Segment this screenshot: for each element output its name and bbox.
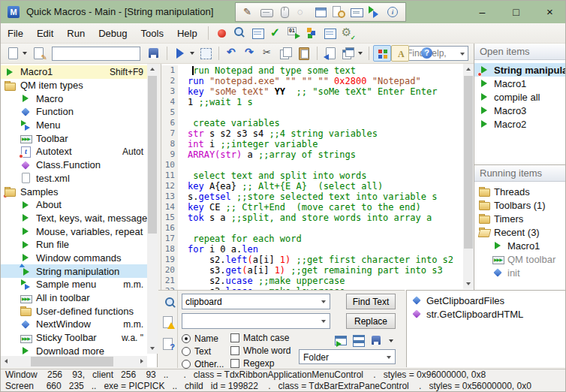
paste-button[interactable] xyxy=(295,45,313,62)
tree-item[interactable]: test.xml xyxy=(1,172,147,185)
titlebar[interactable]: M Quick Macros - Main - [String manipula… xyxy=(1,1,566,23)
checkbox-regexp[interactable]: Regexp xyxy=(230,357,274,369)
more-options-dropdown-icon[interactable] xyxy=(388,333,396,349)
tree-vscroll-thumb[interactable] xyxy=(148,76,157,234)
tree-item[interactable]: Run file xyxy=(1,238,147,252)
search-combo[interactable] xyxy=(182,294,330,309)
editor-line[interactable]: 13s.getsel ;;store selected text into va… xyxy=(161,191,462,202)
scroll-right-icon[interactable] xyxy=(137,356,147,366)
compile-button[interactable] xyxy=(197,45,215,62)
window-icon[interactable] xyxy=(312,5,330,20)
find-accessible-icon[interactable] xyxy=(330,5,348,20)
editor-line[interactable]: 2run "notepad.exe" "" "" "" 0x2800 "Note… xyxy=(161,76,462,86)
result-item[interactable]: GetClipboardFiles xyxy=(407,294,507,307)
menu-help[interactable]: Help xyxy=(170,25,204,42)
search-input[interactable] xyxy=(182,294,330,309)
tree-hscrollbar[interactable] xyxy=(1,356,147,367)
open-item[interactable]: Macro2 xyxy=(474,117,529,131)
check-syntax-icon[interactable] xyxy=(266,25,285,41)
open-in-window-icon[interactable] xyxy=(333,334,349,347)
tree-item[interactable]: Menu xyxy=(1,119,147,132)
tree-item[interactable]: All in toolbar xyxy=(1,291,147,305)
running-item[interactable]: Recent (3) xyxy=(474,225,543,239)
editor-line[interactable]: 17 repeat for each word xyxy=(161,234,462,244)
menu-tools[interactable]: Tools xyxy=(134,25,170,42)
find-help-icon[interactable] xyxy=(161,337,175,351)
scroll-down-icon[interactable] xyxy=(463,279,474,289)
tree-item[interactable]: Class.Function xyxy=(1,158,147,172)
open-item[interactable]: Macro1 xyxy=(474,77,529,90)
running-item[interactable]: Toolbars (1) xyxy=(474,198,549,212)
busy-icon[interactable] xyxy=(294,5,312,20)
properties-button[interactable] xyxy=(29,45,47,62)
editor-line[interactable]: 9ARRAY(str) a ;;array of strings xyxy=(161,149,462,160)
help-button[interactable] xyxy=(417,45,435,62)
tree-item[interactable]: Window commands xyxy=(1,252,147,265)
replace-combo[interactable] xyxy=(182,313,330,329)
tree-item[interactable]: Toolbar xyxy=(1,131,147,145)
open-item[interactable]: compile all xyxy=(474,90,543,104)
windows-cascade-button[interactable] xyxy=(339,45,357,62)
radio-text[interactable]: Text xyxy=(182,345,211,357)
running-item[interactable]: Macro1 xyxy=(488,239,543,252)
run-dropdown-icon[interactable] xyxy=(189,45,197,62)
mouse-icon[interactable] xyxy=(275,5,294,20)
save-search-icon[interactable] xyxy=(369,334,385,347)
new-file-button[interactable] xyxy=(4,45,22,62)
fields-icon[interactable] xyxy=(321,25,339,41)
menu-edit[interactable]: Edit xyxy=(30,25,60,42)
find-icon[interactable] xyxy=(230,25,248,41)
scroll-up-icon[interactable] xyxy=(147,64,158,74)
editor-line[interactable]: 20 s3.get(a[i] 1) ;;get remaining part i… xyxy=(161,265,462,276)
search-icon[interactable] xyxy=(161,295,175,309)
checkbox-wholeword[interactable]: Whole word xyxy=(230,345,291,356)
editor-line[interactable]: 15tok s a ;;split, and store words into … xyxy=(161,213,462,223)
options-icon[interactable] xyxy=(339,25,357,41)
running-item[interactable]: init xyxy=(488,266,523,279)
record-icon[interactable] xyxy=(212,25,230,41)
run-button[interactable] xyxy=(171,45,189,62)
tree-item[interactable]: Macro1Shift+F9 xyxy=(1,65,147,79)
save-button[interactable] xyxy=(145,45,163,62)
undo-button[interactable] xyxy=(223,45,241,62)
output-icon[interactable] xyxy=(348,5,366,20)
split-results-icon[interactable] xyxy=(351,334,367,347)
editor-line[interactable]: 12key A{ea} ;; Alt+{E A} (select all) xyxy=(161,181,462,191)
tree-item[interactable]: QM item types xyxy=(1,79,147,92)
editor-line[interactable]: 1 run Notepad and type some text xyxy=(161,65,462,76)
menu-debug[interactable]: Debug xyxy=(92,25,134,42)
tree-item[interactable]: Function xyxy=(1,105,147,119)
find-errors-icon[interactable] xyxy=(161,315,175,329)
minimize-button[interactable]: – xyxy=(465,1,499,23)
keyboard-icon[interactable] xyxy=(257,5,275,20)
folder-combo[interactable]: Folder xyxy=(299,349,396,364)
editor-line[interactable]: 6 create variables xyxy=(161,118,462,128)
menu-run[interactable]: Run xyxy=(60,25,92,42)
open-item[interactable]: String manipula... xyxy=(474,63,566,77)
editor-vscroll-thumb[interactable] xyxy=(464,76,473,249)
replace-input[interactable] xyxy=(182,314,330,328)
menus-icon[interactable] xyxy=(366,5,384,20)
scroll-left-icon[interactable] xyxy=(1,356,11,366)
tree-item[interactable]: NextWindowm.m. xyxy=(1,318,147,331)
scroll-down-icon[interactable] xyxy=(147,343,158,354)
maximize-button[interactable]: □ xyxy=(499,1,533,23)
new-file-dropdown-icon[interactable] xyxy=(22,45,29,62)
tree-item[interactable]: Macro xyxy=(1,92,147,105)
editor-line[interactable]: 8int i ;;integer variable xyxy=(161,139,462,149)
tree-item[interactable]: Mouse, variables, repeat xyxy=(1,225,147,238)
radio-name[interactable]: Name xyxy=(182,333,218,344)
tree-item[interactable]: String manipulation xyxy=(1,264,147,278)
find-help-combo[interactable]: Find help, xyxy=(402,46,468,61)
tree-item[interactable]: User-defined functions xyxy=(1,304,147,318)
cut-button[interactable] xyxy=(259,45,277,62)
open-item[interactable]: Macro3 xyxy=(474,104,529,117)
editor-line[interactable]: 7str s s2 s3 s4 ;;4 string variables xyxy=(161,128,462,139)
running-item[interactable]: Threads xyxy=(474,185,533,198)
running-item[interactable]: Timers xyxy=(474,212,526,225)
editor-line[interactable]: 10 xyxy=(161,160,462,170)
windows-dropdown-icon[interactable] xyxy=(357,45,365,62)
editor-line[interactable]: 18for i 0 a.len xyxy=(161,244,462,255)
scroll-up-icon[interactable] xyxy=(463,64,474,74)
checkbox-matchcase[interactable]: Match case xyxy=(230,332,289,343)
